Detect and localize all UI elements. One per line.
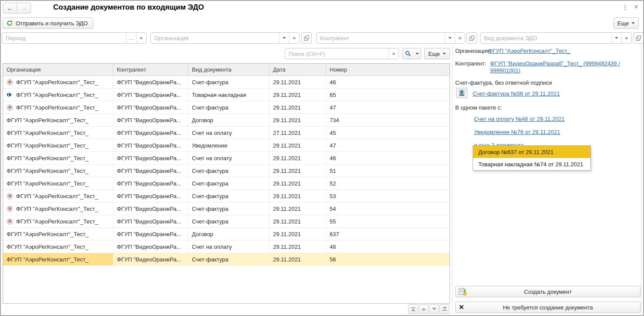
organization-input[interactable] — [151, 33, 279, 43]
doc-kind-dropdown-button[interactable] — [611, 33, 621, 43]
table-row[interactable]: ✕ ФГУП "АэроРегКонсалт"_Тест_ ФГУП "Виде… — [3, 253, 450, 266]
cell-organization: ФГУП "АэроРегКонсалт"_Тест_ — [7, 180, 89, 187]
column-header-organization[interactable]: Организация — [3, 64, 113, 76]
rejected-icon: ✕ — [7, 79, 13, 86]
cell-date: 29.11.2021 — [273, 193, 301, 199]
panel-left-separator — [452, 45, 453, 313]
table-row[interactable]: ✕ ФГУП "АэроРегКонсалт"_Тест_ ФГУП "Виде… — [3, 89, 450, 101]
column-header-doc-kind[interactable]: Вид документа — [188, 64, 269, 76]
search-clear-button[interactable]: ✕ — [388, 48, 399, 59]
open-list-icon — [304, 35, 310, 41]
cell-organization: ФГУП "АэроРегКонсалт"_Тест_ — [7, 142, 89, 149]
cell-counterparty: ФГУП "ВидеоОранжРа... — [117, 168, 181, 174]
search-icon — [405, 51, 411, 57]
skip-document-button[interactable]: ✕ Не требуется создание документа — [455, 302, 641, 313]
counterparty-link[interactable]: ФГУП "ВидеоОранжРазраб"_Тест_ (999949243… — [490, 60, 644, 74]
cell-doc-kind: Счет-фактура — [192, 256, 228, 263]
table-row[interactable]: ✕ ФГУП "АэроРегКонсалт"_Тест_ ФГУП "Виде… — [3, 127, 450, 139]
form-more-button[interactable]: Еще — [613, 17, 639, 29]
period-input[interactable] — [2, 33, 126, 43]
organization-filter: ✕ — [150, 32, 300, 44]
period-choose-button[interactable]: ... — [126, 33, 136, 43]
organization-link[interactable]: ФГУП "АэроРегКонсалт"_Тест_ — [488, 48, 570, 54]
counterparty-clear-button[interactable]: ✕ — [455, 33, 465, 43]
cell-organization: ФГУП "АэроРегКонсалт"_Тест_ — [16, 104, 98, 111]
doc-kind-clear-button[interactable]: ✕ — [621, 33, 631, 43]
go-first-button[interactable] — [408, 304, 418, 314]
package-document-link[interactable]: Уведомление №76 от 29.11.2021 — [474, 129, 560, 135]
chevron-down-icon — [443, 53, 446, 55]
period-clear-button[interactable]: ✕ — [136, 33, 146, 43]
column-header-number[interactable]: Номер — [326, 64, 450, 76]
back-arrow-button[interactable]: ← — [3, 3, 17, 13]
create-document-icon — [459, 288, 467, 296]
cell-doc-kind: Договор — [192, 117, 213, 124]
cell-doc-kind: Счет на оплату — [192, 155, 232, 161]
cell-number: 52 — [330, 180, 336, 187]
cell-number: 56 — [330, 256, 336, 263]
doc-kind-picker-button[interactable] — [633, 32, 644, 44]
cell-doc-kind: Договор — [192, 231, 213, 237]
counterparty-picker-button[interactable] — [467, 32, 477, 44]
send-receive-edo-button[interactable]: Отправить и получить ЭДО — [3, 17, 93, 29]
table-row[interactable]: ✕ ФГУП "АэроРегКонсалт"_Тест_ ФГУП "Виде… — [3, 240, 450, 253]
search-button[interactable] — [402, 48, 421, 59]
counterparty-dropdown-button[interactable] — [445, 33, 455, 43]
cell-doc-kind: Товарная накладная — [192, 92, 246, 98]
cell-counterparty: ФГУП "ВидеоОранжРа... — [117, 79, 181, 86]
table-row[interactable]: ✕ ФГУП "АэроРегКонсалт"_Тест_ ФГУП "Виде… — [3, 76, 450, 89]
rejected-icon: ✕ — [7, 206, 13, 212]
table-row[interactable]: ✕ ФГУП "АэроРегКонсалт"_Тест_ ФГУП "Виде… — [3, 190, 450, 203]
refresh-icon — [7, 20, 13, 26]
chevron-down-icon — [283, 37, 286, 39]
package-label: В одном пакете с: — [455, 104, 502, 111]
doc-kind-input[interactable] — [480, 33, 611, 43]
create-document-button[interactable]: Создать документ — [455, 286, 641, 297]
go-next-button[interactable] — [429, 304, 439, 314]
main-document-link[interactable]: Счет-фактура №56 от 29.11.2021 — [473, 90, 560, 97]
doc-kind-filter: ✕ — [480, 32, 632, 44]
organization-clear-button[interactable]: ✕ — [289, 33, 299, 43]
period-filter: ... ✕ — [2, 32, 147, 44]
organization-label: Организация: — [455, 48, 491, 54]
triangle-down-icon — [432, 308, 436, 310]
table-row[interactable]: ✕ ФГУП "АэроРегКонсалт"_Тест_ ФГУП "Виде… — [3, 101, 450, 114]
table-row[interactable]: ✕ ФГУП "АэроРегКонсалт"_Тест_ ФГУП "Виде… — [3, 228, 450, 240]
organization-picker-button[interactable] — [301, 32, 312, 44]
counterparty-label: Контрагент: — [455, 60, 486, 67]
organization-dropdown-button[interactable] — [279, 33, 289, 43]
column-header-counterparty[interactable]: Контрагент — [113, 64, 188, 76]
go-last-button[interactable] — [440, 304, 450, 314]
package-dropdown-item[interactable]: Договор №637 от 29.11.2021 — [473, 146, 590, 158]
go-prev-button[interactable] — [419, 304, 429, 314]
table-row[interactable]: ✕ ФГУП "АэроРегКонсалт"_Тест_ ФГУП "Виде… — [3, 165, 450, 177]
table-row[interactable]: ✕ ФГУП "АэроРегКонсалт"_Тест_ ФГУП "Виде… — [3, 139, 450, 152]
search-input[interactable] — [285, 48, 388, 59]
cell-date: 29.11.2021 — [273, 79, 301, 86]
package-document-link[interactable]: Счет на оплату №48 от 29.11.2021 — [474, 116, 565, 122]
more-label: Еще — [617, 20, 629, 27]
counterparty-input[interactable] — [317, 33, 445, 43]
cell-doc-kind: Счет-фактура — [192, 180, 228, 187]
table-row[interactable]: ✕ ФГУП "АэроРегКонсалт"_Тест_ ФГУП "Виде… — [3, 177, 450, 190]
column-header-date[interactable]: Дата — [269, 64, 326, 76]
table-row[interactable]: ✕ ФГУП "АэроРегКонсалт"_Тест_ ФГУП "Виде… — [3, 203, 450, 215]
cell-counterparty: ФГУП "ВидеоОранжРа... — [117, 104, 181, 111]
cell-doc-kind: Счет-фактура — [192, 206, 228, 212]
window-close-icon[interactable]: ✕ — [632, 3, 640, 10]
table-row[interactable]: ✕ ФГУП "АэроРегКонсалт"_Тест_ ФГУП "Виде… — [3, 114, 450, 127]
electronic-document-globe-icon — [458, 89, 465, 96]
window-menu-icon[interactable]: ⋮ — [622, 3, 629, 11]
table-row[interactable]: ✕ ФГУП "АэроРегКонсалт"_Тест_ ФГУП "Виде… — [3, 215, 450, 228]
table-row[interactable]: ✕ ФГУП "АэроРегКонсалт"_Тест_ ФГУП "Виде… — [3, 152, 450, 165]
cell-organization: ФГУП "АэроРегКонсалт"_Тест_ — [16, 92, 98, 98]
package-dropdown-item[interactable]: Товарная накладная №74 от 29.11.2021 — [473, 158, 590, 170]
open-list-icon — [636, 35, 641, 41]
cell-organization: ФГУП "АэроРегКонсалт"_Тест_ — [16, 206, 98, 212]
forward-arrow-button[interactable]: → — [17, 3, 31, 13]
edo-document-icon-box[interactable] — [456, 88, 467, 98]
cell-doc-kind: Счет на оплату — [192, 130, 232, 136]
list-more-button[interactable]: Еще — [424, 48, 450, 59]
cell-doc-kind: Счет-фактура — [192, 168, 228, 174]
chevron-down-icon — [631, 22, 635, 24]
